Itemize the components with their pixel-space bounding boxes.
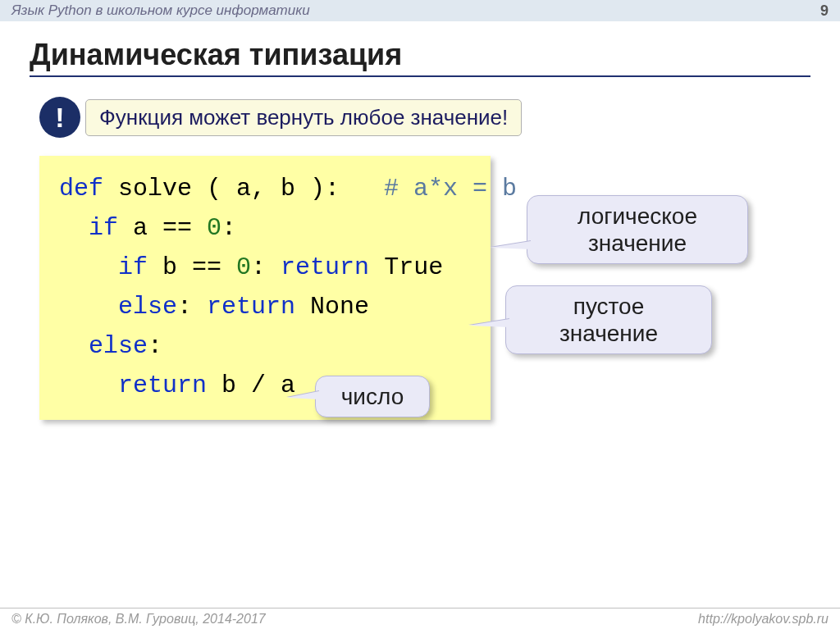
title-row: Динамическая типизация (0, 21, 840, 82)
code-num: 0 (236, 253, 251, 281)
annotation-number: число (315, 376, 430, 417)
code-text: : (177, 293, 207, 321)
code-num: 0 (207, 214, 221, 242)
code-kw: return (59, 371, 207, 399)
footer-copyright: © К.Ю. Поляков, В.М. Гуровиц, 2014-2017 (11, 612, 266, 627)
course-title: Язык Python в школьном курсе информатики (11, 0, 310, 21)
footer-url: http://kpolyakov.spb.ru (698, 612, 829, 627)
code-kw: else (59, 332, 148, 360)
callout-row: ! Функция может вернуть любое значение! (39, 97, 840, 138)
footer: © К.Ю. Поляков, В.М. Гуровиц, 2014-2017 … (0, 608, 840, 629)
code-text: b == (148, 253, 236, 281)
annotation-text: число (341, 384, 404, 409)
code-text: : (148, 332, 162, 360)
slide: Язык Python в школьном курсе информатики… (0, 0, 840, 629)
code-text: solve ( a, b ): (103, 175, 384, 203)
annotation-logical-value: логическое значение (527, 195, 748, 264)
code-kw: return (281, 253, 369, 281)
annotation-empty-value: пустое значение (505, 285, 712, 354)
slide-title: Динамическая типизация (30, 38, 810, 77)
code-kw: def (59, 175, 103, 203)
code-text: : (251, 253, 281, 281)
code-kw: else (59, 293, 177, 321)
code-kw: return (207, 293, 295, 321)
annotation-tail (490, 241, 531, 249)
code-comment: # a*x = b (384, 175, 517, 203)
code-area: def solve ( a, b ): # a*x = b if a == 0:… (39, 156, 794, 420)
code-text: : (221, 214, 236, 242)
annotation-tail (468, 319, 509, 327)
code-text: True (369, 253, 443, 281)
annotation-text: логическое значение (578, 203, 697, 256)
annotation-tail (286, 391, 319, 399)
code-text: None (295, 293, 369, 321)
code-kw: if (59, 253, 148, 281)
code-text: b / a (207, 371, 295, 399)
code-kw: if (59, 214, 118, 242)
exclamation-badge: ! (39, 97, 80, 138)
page-number: 9 (820, 0, 829, 21)
annotation-text: пустое значение (559, 294, 658, 346)
code-text: a == (118, 214, 207, 242)
header-bar: Язык Python в школьном курсе информатики… (0, 0, 840, 21)
callout-box: Функция может вернуть любое значение! (85, 99, 522, 136)
